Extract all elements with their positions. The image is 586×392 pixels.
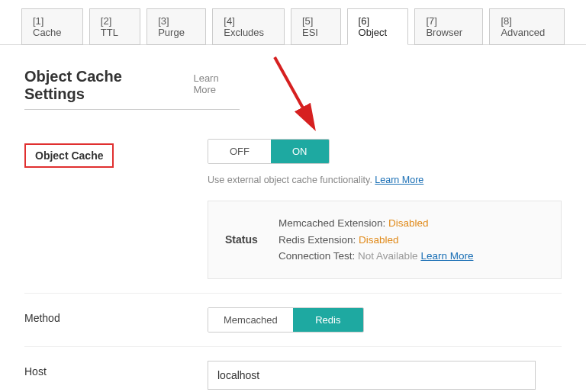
object-cache-desc: Use external object cache functionality.… <box>208 175 562 185</box>
object-cache-learn-more[interactable]: Learn More <box>375 175 423 185</box>
row-host: Host Your Memcached/LSMCD/Redis Hostname… <box>24 346 562 392</box>
status-learn-more[interactable]: Learn More <box>420 250 473 262</box>
learn-more-link[interactable]: Learn More <box>193 72 240 95</box>
tab-excludes[interactable]: [4] Excludes <box>212 8 285 45</box>
tab-cache[interactable]: [1] Cache <box>21 8 83 45</box>
row-method: Method Memcached Redis <box>24 293 562 346</box>
tab-esi[interactable]: [5] ESI <box>291 8 341 45</box>
tab-browser[interactable]: [7] Browser <box>414 8 483 45</box>
method-label: Method <box>24 307 208 324</box>
tab-object[interactable]: [6] Object <box>347 8 409 45</box>
object-cache-toggle: OFF ON <box>208 139 330 164</box>
host-label: Host <box>24 361 208 378</box>
object-cache-on[interactable]: ON <box>271 140 329 163</box>
status-redis: Redis Extension: Disabled <box>279 232 473 249</box>
row-object-cache: Object Cache OFF ON Use external object … <box>24 136 562 293</box>
tab-ttl[interactable]: [2] TTL <box>89 8 140 45</box>
tabs-nav: [1] Cache [2] TTL [3] Purge [4] Excludes… <box>0 0 586 45</box>
tab-advanced[interactable]: [8] Advanced <box>489 8 565 45</box>
tab-purge[interactable]: [3] Purge <box>146 8 206 45</box>
status-box: Status Memcached Extension: Disabled Red… <box>208 201 562 279</box>
method-toggle: Memcached Redis <box>208 307 364 333</box>
status-memcached: Memcached Extension: Disabled <box>279 215 473 232</box>
method-memcached[interactable]: Memcached <box>208 308 293 332</box>
object-cache-off[interactable]: OFF <box>208 140 271 163</box>
page-title: Object Cache Settings <box>24 68 172 103</box>
status-connection: Connection Test: Not Available Learn Mor… <box>279 248 473 265</box>
object-cache-label: Object Cache <box>24 143 114 168</box>
status-label: Status <box>225 233 279 246</box>
host-input[interactable] <box>208 361 536 390</box>
method-redis[interactable]: Redis <box>293 308 363 332</box>
